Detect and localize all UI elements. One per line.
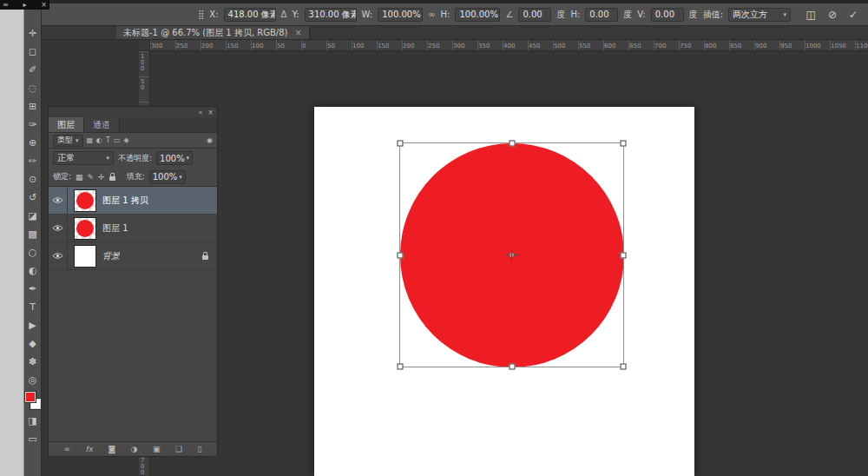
- layer-filter-type-dropdown[interactable]: 类型 ▾: [53, 135, 83, 147]
- ruler-label: 500: [554, 43, 565, 50]
- transform-handle-n[interactable]: [509, 141, 515, 147]
- filter-toggle-icon[interactable]: ◉: [207, 136, 213, 144]
- arrow-icon[interactable]: ▸: [23, 1, 26, 10]
- ruler-origin-corner[interactable]: [139, 40, 150, 51]
- history-brush-tool[interactable]: ↺: [24, 188, 42, 207]
- color-swatches[interactable]: [24, 391, 42, 412]
- clone-stamp-tool[interactable]: ⊙: [24, 170, 42, 188]
- reference-point-locator-icon[interactable]: ⣿: [198, 10, 204, 19]
- eyedropper-tool[interactable]: ✑: [24, 116, 42, 134]
- quick-mask-button[interactable]: ◨: [24, 412, 42, 430]
- link-dimensions-icon[interactable]: ∞: [428, 10, 435, 19]
- rotation-field[interactable]: 0.00: [518, 8, 551, 22]
- shape-tool[interactable]: ◆: [24, 334, 42, 353]
- interpolation-dropdown[interactable]: 两次立方 ▾: [728, 8, 791, 22]
- ruler-label: 950: [780, 43, 792, 50]
- move-tool[interactable]: ✛: [24, 24, 42, 43]
- transform-handle-ne[interactable]: [621, 141, 627, 147]
- path-selection-tool[interactable]: ▶: [24, 316, 42, 334]
- mini-window-bar[interactable]: ≡ ▸ ×: [0, 0, 49, 10]
- transform-handle-nw[interactable]: [398, 141, 404, 147]
- warp-mode-toggle-icon[interactable]: ◫: [806, 9, 816, 21]
- delete-layer-icon[interactable]: ▯: [197, 442, 201, 456]
- layer-name[interactable]: 图层 1 拷贝: [102, 195, 148, 207]
- document-tab[interactable]: 未标题-1 @ 66.7% (图层 1 拷贝, RGB/8) ×: [116, 26, 310, 39]
- cancel-transform-button[interactable]: ⊘: [828, 9, 837, 21]
- transform-handle-s[interactable]: [509, 364, 515, 370]
- opacity-dropdown[interactable]: 100% ▾: [156, 151, 193, 165]
- lock-image-pixels-icon[interactable]: ✎: [88, 173, 95, 182]
- transform-handle-sw[interactable]: [398, 364, 404, 370]
- close-icon[interactable]: ×: [41, 1, 47, 10]
- skew-v-field[interactable]: 0.00: [651, 8, 684, 22]
- new-layer-icon[interactable]: ❏: [175, 442, 182, 456]
- close-panel-icon[interactable]: ×: [207, 109, 214, 116]
- layer-row-layer-1[interactable]: 图层 1: [49, 215, 217, 242]
- crop-tool[interactable]: ⊞: [24, 97, 42, 116]
- shape-layer-filter-icon[interactable]: ▭: [114, 136, 121, 144]
- layer-style-icon[interactable]: fx: [85, 442, 93, 456]
- smart-object-filter-icon[interactable]: ◈: [124, 136, 129, 144]
- screen-mode-button[interactable]: ▭: [24, 430, 42, 448]
- healing-brush-tool[interactable]: ⊕: [24, 134, 42, 152]
- quick-selection-tool[interactable]: ◌: [24, 79, 42, 97]
- relative-position-icon[interactable]: Δ: [281, 10, 287, 19]
- eraser-tool[interactable]: ◪: [24, 207, 42, 225]
- horizontal-ruler[interactable]: 3002502001501005005010015020025030035040…: [139, 40, 868, 51]
- layer-thumbnail[interactable]: [74, 189, 96, 212]
- zoom-tool[interactable]: ◎: [24, 371, 42, 389]
- hand-tool[interactable]: ✽: [24, 353, 42, 371]
- menu-icon[interactable]: ≡: [3, 1, 9, 10]
- skew-h-label: H:: [570, 10, 580, 19]
- adjustment-layer-icon[interactable]: ◑: [131, 442, 138, 456]
- adjustment-layer-filter-icon[interactable]: ◐: [96, 136, 102, 144]
- lock-all-icon[interactable]: [109, 176, 115, 181]
- layer-row-background[interactable]: 背景: [49, 242, 217, 270]
- tab-channels[interactable]: 通道: [84, 117, 120, 132]
- layer-name[interactable]: 图层 1: [102, 222, 128, 235]
- layer-row-layer-1-copy[interactable]: 图层 1 拷贝: [49, 187, 217, 215]
- layer-thumbnail[interactable]: [74, 217, 96, 240]
- commit-transform-button[interactable]: ✓: [849, 9, 858, 21]
- dodge-tool[interactable]: ◐: [24, 261, 42, 280]
- tools-panel[interactable]: ✛◻✐◌⊞✑⊕✏⊙↺◪▩○◐✒T▶◆✽◎ ◨▭: [24, 0, 42, 476]
- blend-mode-dropdown[interactable]: 正常 ▾: [53, 151, 114, 165]
- height-field[interactable]: 100.00%: [455, 8, 500, 22]
- width-field[interactable]: 100.00%: [378, 8, 423, 22]
- link-layers-icon[interactable]: ∞: [63, 442, 70, 456]
- pixel-layer-filter-icon[interactable]: ▦: [87, 136, 94, 144]
- transform-handle-e[interactable]: [621, 252, 627, 258]
- layer-thumbnail[interactable]: [74, 245, 96, 268]
- brush-tool[interactable]: ✏: [24, 152, 42, 170]
- layer-visibility-toggle[interactable]: [49, 242, 68, 269]
- lock-transparent-pixels-icon[interactable]: ▦: [76, 173, 83, 182]
- type-layer-filter-icon[interactable]: T: [106, 136, 110, 144]
- fill-dropdown[interactable]: 100% ▾: [149, 170, 186, 184]
- free-transform-bounding-box[interactable]: [399, 142, 624, 367]
- x-position-field[interactable]: 418.00 像素: [224, 8, 276, 22]
- y-position-field[interactable]: 310.00 像素: [305, 8, 357, 22]
- chevron-down-icon: ▾: [784, 11, 787, 18]
- transform-handle-w[interactable]: [398, 252, 404, 258]
- transform-handle-se[interactable]: [621, 364, 627, 370]
- layer-mask-icon[interactable]: ◙: [108, 442, 115, 456]
- layer-visibility-toggle[interactable]: [49, 215, 68, 241]
- lasso-tool[interactable]: ✐: [24, 61, 42, 79]
- pen-tool[interactable]: ✒: [24, 280, 42, 298]
- foreground-color-swatch[interactable]: [25, 392, 36, 402]
- layer-name[interactable]: 背景: [102, 250, 120, 262]
- lock-position-icon[interactable]: ✛: [98, 173, 105, 182]
- tab-layers[interactable]: 图层: [49, 117, 84, 132]
- layer-visibility-toggle[interactable]: [49, 187, 68, 214]
- collapse-panel-icon[interactable]: «: [198, 109, 202, 116]
- gradient-tool[interactable]: ▩: [24, 225, 42, 243]
- marquee-tool[interactable]: ◻: [24, 43, 42, 61]
- close-document-icon[interactable]: ×: [294, 28, 301, 37]
- photoshop-app: { "mini_window": { "menu_icon": "≡", "ar…: [0, 0, 868, 476]
- type-tool[interactable]: T: [24, 298, 42, 316]
- transform-reference-point[interactable]: [506, 249, 518, 261]
- ruler-label: 350: [478, 43, 490, 50]
- blur-tool[interactable]: ○: [24, 243, 42, 261]
- layer-group-icon[interactable]: ▣: [153, 442, 161, 456]
- skew-h-field[interactable]: 0.00: [585, 8, 618, 22]
